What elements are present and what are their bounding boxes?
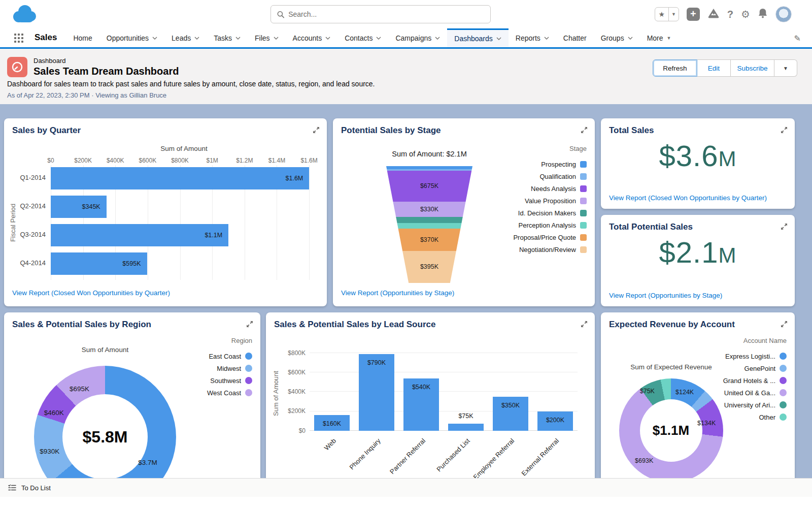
guidance-trailhead-icon[interactable] [707, 8, 720, 21]
legend-item: GenePoint [745, 362, 787, 374]
legend-item: United Oil & Ga... [724, 387, 787, 399]
legend-item: Perception Analysis [519, 219, 587, 231]
segment-value-label: $75K [640, 388, 655, 395]
legend-swatch [580, 234, 587, 241]
segment-value-label: $695K [70, 385, 89, 392]
legend-item: Prospecting [541, 158, 587, 170]
subscribe-button[interactable]: Subscribe [731, 59, 774, 77]
funnel-segment-needs-analysis[interactable]: $675K [386, 171, 472, 202]
view-report-link[interactable]: View Report (Opportunities by Stage) [341, 289, 454, 297]
funnel-segment-proposal-price-quote[interactable]: $370K [386, 229, 472, 251]
expand-icon[interactable] [781, 126, 788, 134]
bar-q4-2014[interactable]: $595K [51, 252, 147, 275]
tab-groups[interactable]: Groups [594, 28, 640, 47]
favorites-dropdown-icon[interactable]: ▼ [668, 8, 679, 21]
category-label: Employee Referral [472, 437, 516, 481]
bar-value-label: $160K [304, 420, 359, 427]
view-report-link[interactable]: View Report (Closed Won Opportunities by… [12, 289, 170, 297]
legend-item: Southwest [210, 374, 252, 387]
card-sales-by-lead-source: Sales & Potential Sales by Lead Source S… [266, 312, 595, 501]
category-label: External Referral [520, 437, 561, 478]
legend-item: Value Proposition [525, 195, 587, 207]
setup-gear-icon[interactable]: ⚙ [741, 9, 750, 19]
bar-q1-2014[interactable]: $1.6M [51, 167, 309, 189]
tab-contacts[interactable]: Contacts [337, 28, 388, 47]
global-actions-icon[interactable]: + [687, 8, 700, 21]
tab-dashboards[interactable]: Dashboards [447, 28, 509, 47]
help-icon[interactable]: ? [727, 9, 733, 20]
app-launcher-icon[interactable] [14, 34, 23, 43]
funnel-total-label: Sum of Amount: $2.1M [368, 150, 490, 158]
utility-bar: To Do List [0, 478, 812, 508]
bar-q2-2014[interactable]: $345K [51, 196, 107, 218]
bar-value-label: $595K [122, 260, 147, 267]
todo-list-button[interactable]: To Do List [0, 478, 812, 497]
edit-nav-pencil-icon[interactable]: ✎ [794, 34, 801, 43]
dashboard-meta: As of Apr 22, 2023, 2:30 PM · Viewing as… [7, 91, 166, 99]
refresh-button[interactable]: Refresh [653, 59, 697, 77]
expand-icon[interactable] [781, 223, 788, 230]
tab-chatter[interactable]: Chatter [556, 28, 594, 47]
edit-button[interactable]: Edit [697, 59, 731, 77]
legend-item: Needs Analysis [531, 182, 587, 195]
caret-down-icon: ▼ [667, 36, 671, 41]
card-title: Sales & Potential Sales by Region [12, 320, 151, 330]
donut-center-total: $1.1M [653, 423, 689, 438]
tab-accounts[interactable]: Accounts [286, 28, 338, 47]
bar-value-label: $540K [394, 384, 449, 391]
card-total-sales: Total Sales $3.6M View Report (Closed Wo… [601, 118, 795, 209]
card-sales-by-region: Sales & Potential Sales by Region Sum of… [4, 312, 260, 501]
tab-leads[interactable]: Leads [164, 28, 207, 47]
tab-tasks[interactable]: Tasks [207, 28, 248, 47]
legend-swatch [580, 161, 587, 168]
tab-home[interactable]: Home [66, 28, 99, 47]
expand-icon[interactable] [581, 126, 588, 134]
segment-value-label: $930K [40, 448, 59, 455]
global-header: ★ ▼ + ? ⚙ [0, 0, 812, 28]
funnel-segment-id-decision-makers[interactable] [386, 217, 472, 223]
favorites-button-group[interactable]: ★ ▼ [655, 7, 679, 21]
search-icon [277, 11, 284, 18]
legend-swatch [245, 365, 252, 372]
expand-icon[interactable] [581, 321, 588, 328]
tab-more[interactable]: More▼ [640, 28, 679, 47]
expand-icon[interactable] [781, 321, 788, 328]
funnel-chart: $675K $330K $370K $395K [386, 166, 472, 283]
view-report-link[interactable]: View Report (Opportunities by Stage) [609, 292, 722, 299]
tab-campaigns[interactable]: Campaigns [388, 28, 447, 47]
expand-icon[interactable] [313, 126, 320, 134]
legend-item: University of Ari... [724, 399, 787, 411]
dashboard-actions: Refresh Edit Subscribe ▼ [653, 59, 797, 77]
legend-item: Id. Decision Makers [518, 207, 587, 219]
more-actions-caret-button[interactable]: ▼ [774, 59, 797, 77]
salesforce-logo [10, 4, 39, 26]
category-label: Q1-2014 [7, 174, 46, 181]
funnel-segment-negotiation-review[interactable]: $395K [386, 251, 472, 283]
view-report-link[interactable]: View Report (Closed Won Opportunities by… [609, 194, 767, 202]
segment-value-label: $460K [44, 409, 64, 417]
legend-item: Proposal/Price Quote [513, 231, 587, 243]
favorites-star-icon[interactable]: ★ [655, 8, 668, 21]
segment-value-label: $370K [386, 236, 472, 243]
card-title: Total Sales [609, 125, 654, 136]
legend-swatch [780, 389, 787, 396]
legend-swatch [245, 353, 252, 360]
tab-files[interactable]: Files [248, 28, 286, 47]
tab-reports[interactable]: Reports [509, 28, 556, 47]
legend-title: Account Name [743, 337, 787, 347]
global-search[interactable] [270, 5, 491, 23]
chevron-down-icon [496, 37, 501, 40]
funnel-segment-perception-analysis[interactable] [386, 223, 472, 229]
bar-purchased-list[interactable] [448, 424, 484, 431]
bar-q3-2014[interactable]: $1.1M [51, 224, 228, 246]
tab-opportunities[interactable]: Opportunities [99, 28, 164, 47]
notifications-bell-icon[interactable] [758, 8, 768, 21]
user-avatar[interactable] [775, 6, 792, 22]
legend-swatch [580, 210, 587, 216]
funnel-segment-value-proposition[interactable]: $330K [386, 202, 472, 217]
legend-swatch [780, 365, 787, 372]
legend-swatch [580, 198, 587, 204]
search-input[interactable] [288, 10, 484, 18]
expand-icon[interactable] [246, 321, 253, 328]
category-label: Q2-2014 [7, 202, 46, 210]
